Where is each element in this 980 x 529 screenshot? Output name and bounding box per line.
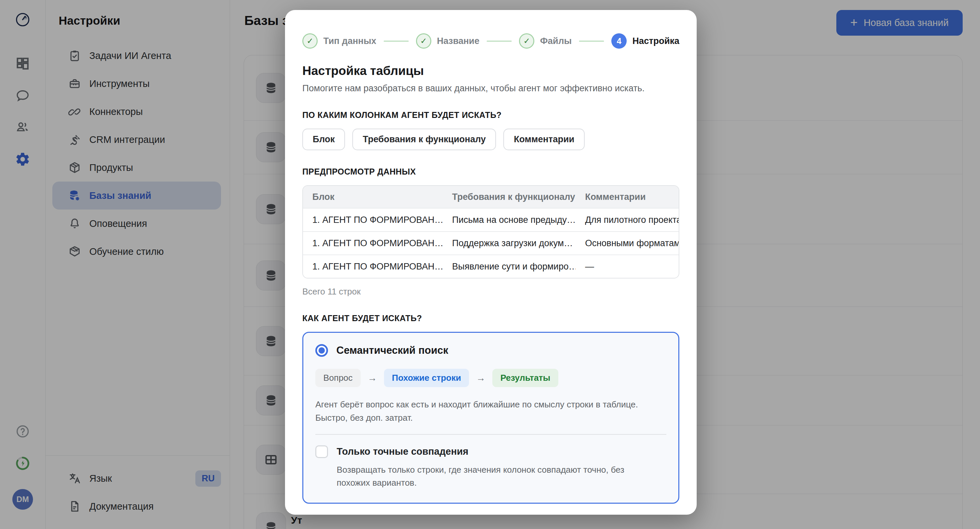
search-section-label: КАК АГЕНТ БУДЕТ ИСКАТЬ?	[302, 313, 679, 323]
option-semantic-search[interactable]: Семантический поиск Вопрос → Похожие стр…	[302, 332, 679, 504]
radio-selected-icon[interactable]	[315, 344, 328, 357]
data-preview-table: Блок Требования к функционалу Комментари…	[302, 185, 679, 278]
step-name[interactable]: ✓ Название	[416, 33, 479, 49]
step-settings[interactable]: 4 Настройка	[611, 33, 679, 49]
column-chip-comments[interactable]: Комментарии	[503, 129, 585, 150]
exact-match-label: Только точные совпадения	[337, 446, 468, 457]
column-header: Требования к функционалу	[443, 186, 576, 208]
exact-match-checkbox[interactable]	[315, 445, 328, 458]
step-data-type[interactable]: ✓ Тип данных	[302, 33, 376, 49]
arrow-icon: →	[476, 373, 485, 383]
table-header-row: Блок Требования к функционалу Комментари…	[303, 186, 679, 208]
flow-chip-similar-rows: Похожие строки	[384, 369, 469, 387]
column-chip-requirements[interactable]: Требования к функционалу	[352, 129, 496, 150]
table-row-count: Всего 11 строк	[302, 286, 679, 297]
preview-section-label: ПРЕДПРОСМОТР ДАННЫХ	[302, 167, 679, 176]
step-check-icon: ✓	[416, 33, 431, 49]
search-flow-diagram: Вопрос → Похожие строки → Результаты	[315, 369, 667, 387]
column-header: Блок	[303, 186, 443, 208]
table-row: 1. АГЕНТ ПО ФОРМИРОВАН… Поддержка загруз…	[303, 231, 679, 254]
option-title: Семантический поиск	[336, 345, 448, 356]
column-chip-block[interactable]: Блок	[302, 129, 345, 150]
step-connector	[579, 41, 604, 41]
step-connector	[383, 41, 409, 41]
exact-match-description: Возвращать только строки, где значения к…	[337, 463, 660, 489]
step-check-icon: ✓	[519, 33, 535, 49]
modal-subtitle: Помогите нам разобраться в ваших данных,…	[302, 83, 679, 94]
option-description: Агент берёт вопрос как есть и находит бл…	[315, 398, 667, 425]
table-row: 1. АГЕНТ ПО ФОРМИРОВАН… Письма на основе…	[303, 208, 679, 231]
arrow-icon: →	[368, 373, 377, 383]
column-chips: Блок Требования к функционалу Комментари…	[302, 129, 679, 150]
wizard-stepper: ✓ Тип данных ✓ Название ✓ Файлы 4 Настро…	[302, 33, 679, 49]
column-header: Комментарии	[576, 186, 679, 208]
flow-chip-results: Результаты	[492, 369, 558, 387]
step-number: 4	[611, 33, 627, 49]
flow-chip-question: Вопрос	[315, 369, 361, 387]
modal-title: Настройка таблицы	[302, 64, 679, 78]
divider	[315, 434, 667, 435]
step-files[interactable]: ✓ Файлы	[519, 33, 572, 49]
step-check-icon: ✓	[302, 33, 318, 49]
columns-section-label: ПО КАКИМ КОЛОНКАМ АГЕНТ БУДЕТ ИСКАТЬ?	[302, 110, 679, 120]
table-setup-modal: ✓ Тип данных ✓ Название ✓ Файлы 4 Настро…	[285, 10, 697, 515]
step-connector	[487, 41, 512, 41]
table-row: 1. АГЕНТ ПО ФОРМИРОВАН… Выявление сути и…	[303, 254, 679, 278]
